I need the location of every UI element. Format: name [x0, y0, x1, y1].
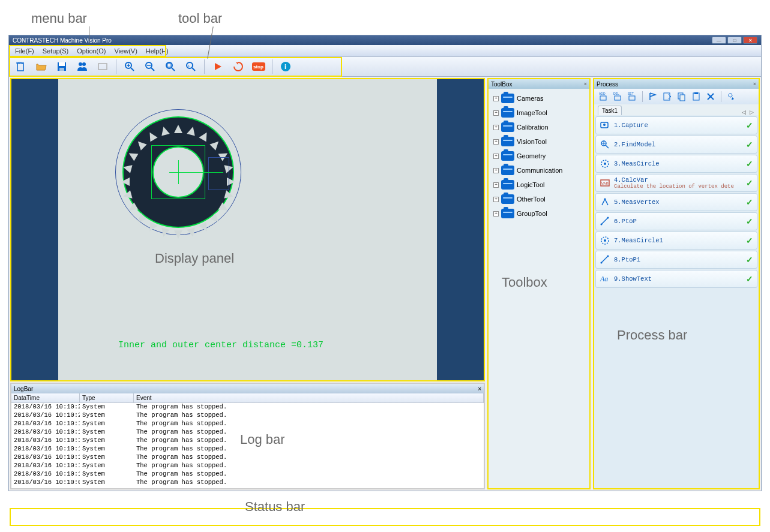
menu-help[interactable]: Help(H) — [142, 46, 172, 56]
log-row[interactable]: 2018/03/16 10:10:20SystemThe program has… — [11, 411, 484, 420]
task-label: 1.Capture — [614, 122, 742, 129]
menu-setup[interactable]: Setup(S) — [39, 46, 72, 56]
log-col-datetime[interactable]: DataTime — [11, 393, 80, 402]
log-col-event[interactable]: Event — [134, 393, 484, 402]
toolbox-item-label: LogicTool — [517, 181, 544, 188]
task-row[interactable]: 1.Capture✓ — [595, 116, 757, 134]
proc-set-button[interactable]: SET — [625, 90, 639, 103]
proc-locate-button[interactable] — [725, 90, 738, 103]
logbar-close-icon[interactable]: × — [478, 386, 481, 392]
expand-icon[interactable]: + — [493, 96, 499, 101]
toolbox-item-logictool[interactable]: +LogicTool — [489, 178, 589, 192]
open-button[interactable] — [32, 58, 51, 75]
log-row[interactable]: 2018/03/16 10:10:19SystemThe program has… — [11, 428, 484, 437]
zoom-100-button[interactable]: 1 — [181, 58, 200, 75]
annotation-status-bar: Status bar — [245, 499, 305, 515]
expand-icon[interactable]: + — [493, 110, 499, 116]
zoom-out-button[interactable] — [140, 58, 160, 75]
expand-icon[interactable]: + — [493, 125, 499, 130]
svg-point-38 — [603, 124, 606, 126]
log-row[interactable]: 2018/03/16 10:10:19SystemThe program has… — [11, 437, 484, 445]
menu-view[interactable]: View(V) — [111, 46, 141, 56]
task-row[interactable]: VAR4.CalcVarCalculate the location of ve… — [595, 174, 757, 192]
save-button[interactable] — [52, 58, 71, 75]
expand-icon[interactable]: + — [493, 197, 499, 202]
task-row[interactable]: 8.PtoP1✓ — [595, 251, 757, 269]
log-cell-datetime: 2018/03/16 10:10:19 — [11, 428, 80, 437]
menu-option[interactable]: Option(O) — [73, 46, 109, 56]
folder-icon — [501, 137, 514, 146]
log-col-type[interactable]: Type — [80, 393, 134, 402]
log-cell-datetime: 2018/03/16 10:10:18 — [11, 462, 80, 470]
tab-prev-icon[interactable]: ◁ — [741, 109, 747, 115]
log-cell-event: The program has stopped. — [134, 411, 484, 420]
toolbox-close-icon[interactable]: × — [584, 81, 587, 87]
log-row[interactable]: 2018/03/16 10:10:19SystemThe program has… — [11, 420, 484, 428]
task-row[interactable]: 7.MeasCircle1✓ — [595, 232, 757, 250]
close-button[interactable]: ✕ — [743, 37, 757, 44]
expand-icon[interactable]: + — [493, 168, 499, 173]
minimize-button[interactable]: — — [712, 37, 726, 44]
new-button[interactable]: NEW — [11, 58, 31, 75]
svg-text:ADD: ADD — [599, 92, 606, 95]
users-button[interactable] — [73, 58, 92, 75]
check-icon: ✓ — [746, 159, 753, 169]
check-icon: ✓ — [746, 274, 753, 284]
toolbox-item-calibration[interactable]: +Calibration — [489, 120, 589, 134]
svg-text:Aa: Aa — [600, 275, 608, 283]
loop-button[interactable] — [229, 58, 248, 75]
check-icon: ✓ — [746, 255, 753, 265]
proc-copy-button[interactable] — [675, 90, 688, 103]
log-row[interactable]: 2018/03/16 10:10:22SystemThe program has… — [11, 403, 484, 411]
expand-icon[interactable]: + — [493, 182, 499, 188]
log-row[interactable]: 2018/03/16 10:10:18SystemThe program has… — [11, 470, 484, 479]
toolbox-item-communication[interactable]: +Communication — [489, 163, 589, 178]
toolbox-item-grouptool[interactable]: +GroupTool — [489, 206, 589, 221]
proc-flag-button[interactable] — [646, 90, 660, 103]
left-column: Inner and outer center distance =0.137 L… — [9, 77, 486, 491]
expand-icon[interactable]: + — [493, 154, 499, 159]
zoom-in-button[interactable] — [120, 58, 139, 75]
svg-point-5 — [79, 62, 82, 66]
proc-delete-button[interactable] — [704, 90, 717, 103]
task-row[interactable]: 3.MeasCircle✓ — [595, 155, 757, 173]
check-icon: ✓ — [746, 236, 753, 245]
log-row[interactable]: 2018/03/16 10:10:18SystemThe program has… — [11, 453, 484, 462]
toolbox-item-cameras[interactable]: +Cameras — [489, 91, 589, 106]
task-row[interactable]: 2.FindModel✓ — [595, 136, 757, 154]
svg-text:1: 1 — [188, 64, 190, 68]
proc-paste-button[interactable] — [690, 90, 703, 103]
toolbox-item-othertool[interactable]: +OtherTool — [489, 192, 589, 206]
process-tab-task1[interactable]: Task1 — [598, 106, 622, 115]
task-row[interactable]: 6.PtoP✓ — [595, 212, 757, 230]
toolbox-item-imagetool[interactable]: +ImageTool — [489, 106, 589, 120]
toolbox-item-label: Cameras — [517, 95, 544, 102]
toolbox-item-label: OtherTool — [517, 196, 546, 203]
log-cell-type: System — [80, 470, 134, 479]
stop-button[interactable]: stop — [249, 58, 268, 75]
tab-next-icon[interactable]: ▷ — [748, 109, 755, 115]
log-row[interactable]: 2018/03/16 10:10:07SystemThe program has… — [11, 479, 484, 487]
zoom-fit-button[interactable] — [161, 58, 180, 75]
proc-del-button[interactable]: DEL — [611, 90, 624, 103]
process-close-icon[interactable]: × — [753, 81, 756, 87]
expand-icon[interactable]: + — [493, 139, 499, 145]
toolbox-item-visiontool[interactable]: +VisionTool — [489, 134, 589, 149]
window-title: CONTRASTECH Machine Vision Pro — [13, 37, 712, 44]
proc-edit-button[interactable] — [661, 90, 674, 103]
task-row[interactable]: Aa9.ShowText✓ — [595, 270, 757, 288]
proc-add-button[interactable]: ADD — [597, 90, 610, 103]
task-row[interactable]: 5.MeasVertex✓ — [595, 193, 757, 211]
maximize-button[interactable]: □ — [727, 37, 742, 44]
log-row[interactable]: 2018/03/16 10:10:18SystemThe program has… — [11, 462, 484, 470]
log-row[interactable]: 2018/03/16 10:10:18SystemThe program has… — [11, 445, 484, 453]
info-button[interactable]: i — [276, 58, 295, 75]
svg-point-36 — [729, 94, 732, 97]
toolbox-item-geometry[interactable]: +Geometry — [489, 149, 589, 163]
check-icon: ✓ — [746, 178, 753, 188]
display-panel[interactable]: Inner and outer center distance =0.137 — [10, 78, 485, 381]
run-button[interactable] — [208, 58, 227, 75]
menu-file[interactable]: File(F) — [11, 46, 38, 56]
toolbox-item-label: GroupTool — [517, 210, 547, 217]
expand-icon[interactable]: + — [493, 211, 499, 217]
